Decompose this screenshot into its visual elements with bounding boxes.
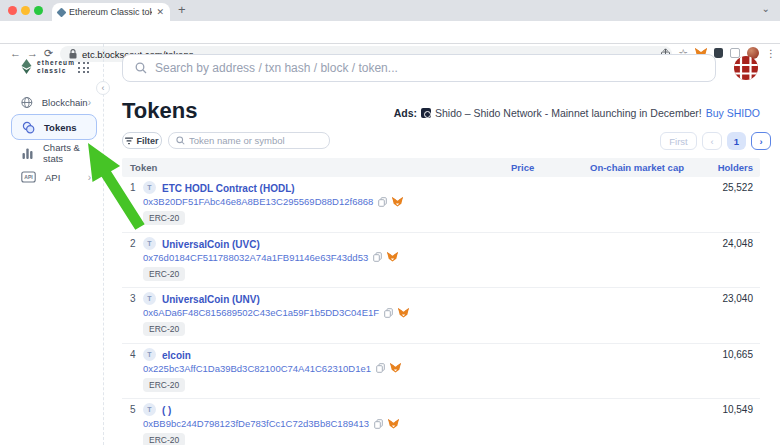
token-avatar: T: [143, 403, 156, 416]
forward-icon[interactable]: →: [27, 48, 38, 59]
metamask-fox-icon[interactable]: [390, 363, 401, 373]
token-avatar: T: [143, 348, 156, 361]
bar-chart-icon: [21, 147, 34, 160]
table-row: 4 T elcoin 0x225bc3AffC1Da39Bd3C82100C74…: [122, 344, 760, 400]
tokens-coins-icon: [22, 121, 35, 134]
sidebar-item-blockchain[interactable]: Blockchain ›: [11, 90, 97, 114]
token-rows: 1 T ETC HODL Contract (HODL) 0x3B20DF51F…: [122, 177, 760, 445]
browser-menu-icon[interactable]: ⋮: [766, 48, 776, 59]
filter-button-label: Filter: [136, 136, 158, 146]
copy-icon[interactable]: [374, 419, 383, 429]
token-search[interactable]: [168, 132, 330, 149]
holders-count: 23,040: [722, 293, 753, 304]
ads-cta-link[interactable]: Buy SHIDO: [706, 107, 760, 119]
filter-button[interactable]: Filter: [122, 132, 162, 149]
search-icon: [176, 136, 185, 145]
token-type-badge: ERC-20: [143, 433, 185, 445]
window-close-button[interactable]: [8, 6, 17, 15]
copy-icon[interactable]: [376, 363, 385, 373]
token-name-link[interactable]: ( ): [162, 405, 171, 416]
tab-title: Ethereum Classic tokens | Blo: [69, 7, 152, 17]
browser-toolbar: ← → ⟳ ⌂ etc.blockscout.com/tokens ☆: [0, 21, 780, 44]
metamask-fox-icon[interactable]: [398, 308, 409, 318]
reload-icon[interactable]: ⟳: [44, 48, 53, 59]
sidebar-item-label: Blockchain: [42, 97, 88, 108]
page-title: Tokens: [122, 98, 197, 124]
row-index: 4: [130, 349, 136, 360]
sidebar-item-api[interactable]: API API ›: [11, 165, 97, 189]
holders-count: 10,665: [722, 349, 753, 360]
sidebar-item-label: API: [45, 172, 88, 183]
back-icon[interactable]: ←: [10, 48, 21, 59]
network-globe-icon[interactable]: [733, 55, 759, 81]
lock-icon: [69, 49, 77, 59]
shido-ad-icon: [421, 108, 431, 118]
column-holders[interactable]: Holders: [718, 158, 753, 177]
column-price[interactable]: Price: [511, 158, 534, 177]
metamask-fox-icon[interactable]: [387, 252, 398, 262]
global-search[interactable]: [122, 54, 716, 82]
token-type-badge: ERC-20: [143, 378, 185, 392]
copy-icon[interactable]: [384, 308, 393, 318]
apps-grid-icon[interactable]: [78, 62, 90, 74]
token-address-link[interactable]: 0x225bc3AffC1Da39Bd3C82100C74A41C62310D1…: [143, 363, 371, 374]
token-type-badge: ERC-20: [143, 322, 185, 336]
row-index: 1: [130, 182, 136, 193]
sidebar-item-label: Charts & stats: [43, 142, 91, 164]
token-name-link[interactable]: UniversalCoin (UVC): [162, 239, 260, 250]
pagination-prev-button[interactable]: ‹: [702, 132, 722, 150]
ads-banner: Ads: Shido – Shido Network - Mainnet lau…: [394, 107, 760, 119]
token-name-link[interactable]: ETC HODL Contract (HODL): [162, 183, 295, 194]
copy-icon[interactable]: [373, 252, 382, 262]
tab-close-icon[interactable]: ✕: [156, 7, 164, 17]
table-row: 3 T UniversalCoin (UNV) 0x6ADa6F48C81568…: [122, 288, 760, 344]
global-search-input[interactable]: [155, 61, 715, 75]
ethereum-classic-logo-icon: [20, 59, 33, 74]
holders-count: 24,048: [722, 238, 753, 249]
metamask-fox-icon[interactable]: [388, 419, 399, 429]
token-avatar: T: [143, 237, 156, 250]
metamask-fox-icon[interactable]: [392, 197, 403, 207]
favicon-etc-icon: [57, 7, 67, 17]
new-tab-button[interactable]: +: [178, 2, 186, 17]
token-address-link[interactable]: 0x6ADa6F48C815689502C43eC1a59F1b5DD3C04E…: [143, 307, 379, 318]
window-minimize-button[interactable]: [21, 6, 30, 15]
column-token: Token: [130, 158, 157, 177]
token-avatar: T: [143, 181, 156, 194]
sidebar-item-tokens[interactable]: Tokens: [11, 114, 97, 140]
row-index: 5: [130, 404, 136, 415]
token-search-input[interactable]: [189, 135, 329, 146]
chevron-down-icon[interactable]: ⌄: [762, 3, 770, 14]
token-address-link[interactable]: 0x3B20DF51FAbc46e8A8BE13C295569D88D12f68…: [143, 196, 373, 207]
search-icon: [135, 62, 147, 74]
pagination-current-page: 1: [727, 132, 746, 150]
api-icon: API: [21, 171, 36, 183]
sidebar-item-charts-stats[interactable]: Charts & stats: [11, 141, 97, 165]
holders-count: 25,522: [722, 182, 753, 193]
copy-icon[interactable]: [378, 197, 387, 207]
pagination-next-button[interactable]: ›: [751, 132, 771, 150]
browser-tab[interactable]: Ethereum Classic tokens | Blo ✕: [52, 3, 170, 21]
screen: Ethereum Classic tokens | Blo ✕ + ⌄ ← → …: [0, 0, 780, 445]
svg-text:API: API: [24, 174, 33, 180]
extension-dark-icon[interactable]: [714, 48, 723, 58]
logo-text-line2: classic: [37, 67, 75, 75]
token-type-badge: ERC-20: [143, 211, 185, 225]
token-address-link[interactable]: 0x76d0184CF511788032A74a1FB91146e63F43dd…: [143, 252, 368, 263]
table-row: 1 T ETC HODL Contract (HODL) 0x3B20DF51F…: [122, 177, 760, 233]
window-zoom-button[interactable]: [34, 6, 43, 15]
sidebar-collapse-button[interactable]: ‹: [96, 81, 110, 95]
globe-icon: [21, 96, 33, 109]
blockscout-logo[interactable]: ethereum classic: [20, 59, 75, 74]
token-name-link[interactable]: elcoin: [162, 350, 191, 361]
table-row: 2 T UniversalCoin (UVC) 0x76d0184CF51178…: [122, 233, 760, 289]
token-address-link[interactable]: 0xBB9bc244D798123fDe783fCc1C72d3Bb8C1894…: [143, 418, 369, 429]
browser-tab-strip: Ethereum Classic tokens | Blo ✕ + ⌄: [0, 0, 780, 21]
pagination-first-button[interactable]: First: [660, 132, 697, 150]
column-market-cap[interactable]: On-chain market cap: [590, 158, 684, 177]
token-avatar: T: [143, 292, 156, 305]
ads-text: Shido – Shido Network - Mainnet launchin…: [435, 107, 702, 119]
token-name-link[interactable]: UniversalCoin (UNV): [162, 294, 260, 305]
sidebar-item-label: Tokens: [44, 122, 90, 133]
filter-funnel-icon: [125, 137, 133, 145]
